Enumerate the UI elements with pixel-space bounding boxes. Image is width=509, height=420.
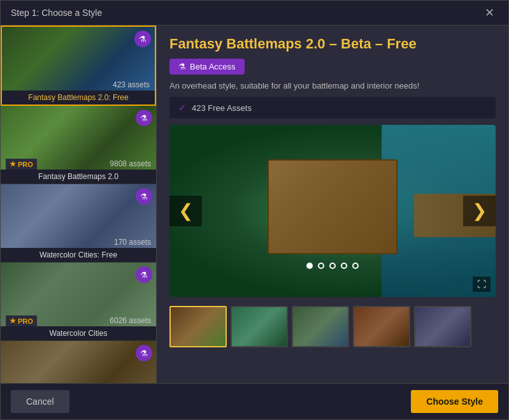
- carousel-dot-4[interactable]: [341, 263, 347, 269]
- asset-count: 170 assets: [114, 238, 151, 247]
- list-item[interactable]: ★ PRO 9808 assets ⚗ Fantasy Battlemaps 2…: [1, 106, 156, 184]
- thumb-mini-bg: [354, 307, 409, 346]
- carousel-dot-3[interactable]: [329, 263, 336, 269]
- potion-icon-detail: ⚗: [178, 62, 186, 71]
- map-building: [268, 159, 398, 254]
- potion-icon: ⚗: [136, 110, 152, 126]
- carousel-dots: [306, 263, 359, 269]
- carousel-main-image: [169, 125, 496, 297]
- modal-header: Step 1: Choose a Style ✕: [1, 1, 508, 25]
- thumbnail: [1, 341, 156, 383]
- style-name: Fantasy Battlemaps 2.0: [1, 170, 156, 184]
- free-assets-label: 423 Free Assets: [192, 103, 252, 113]
- style-info-bar: 6026 assets: [1, 315, 156, 326]
- carousel-dot-2[interactable]: [318, 263, 324, 269]
- thumb-mini-1[interactable]: [169, 306, 227, 347]
- detail-title: Fantasy Battlemaps 2.0 – Beta – Free: [169, 36, 496, 52]
- thumb-mini-5[interactable]: [414, 306, 471, 347]
- carousel-dot-5[interactable]: [352, 263, 359, 269]
- thumb-mini-bg: [293, 307, 348, 346]
- beta-badge: ⚗ Beta Access: [169, 59, 245, 75]
- thumb-mini-bg: [415, 307, 470, 346]
- thumb-mini-bg: [232, 307, 287, 346]
- style-name: Watercolor Cities: [1, 326, 156, 340]
- main-map-visual: [169, 125, 496, 297]
- style-list: 423 assets ⚗ Fantasy Battlemaps 2.0: Fre…: [1, 25, 157, 383]
- thumb-mini-4[interactable]: [353, 306, 410, 347]
- carousel-next-button[interactable]: ❯: [463, 196, 496, 226]
- modal-title: Step 1: Choose a Style: [11, 8, 102, 18]
- asset-count: 6026 assets: [110, 316, 151, 325]
- beta-label: Beta Access: [190, 62, 236, 71]
- modal: Step 1: Choose a Style ✕ 423 assets ⚗: [0, 0, 509, 420]
- carousel-dot-1[interactable]: [306, 263, 313, 269]
- check-icon: ✓: [178, 102, 187, 113]
- thumbnail-strip: [169, 303, 496, 350]
- thumb-mini-bg: [171, 307, 226, 346]
- list-item[interactable]: ★ PRO 6026 assets ⚗ Watercolor Cities: [1, 263, 156, 341]
- close-button[interactable]: ✕: [481, 6, 498, 20]
- modal-overlay: Step 1: Choose a Style ✕ 423 assets ⚗: [0, 0, 509, 420]
- detail-panel: Fantasy Battlemaps 2.0 – Beta – Free ⚗ B…: [157, 25, 508, 383]
- style-info-bar: 9808 assets: [1, 158, 156, 170]
- list-item[interactable]: ⚗: [1, 341, 156, 383]
- potion-icon: ⚗: [134, 31, 151, 47]
- list-item[interactable]: 423 assets ⚗ Fantasy Battlemaps 2.0: Fre…: [1, 25, 156, 106]
- style-name: Fantasy Battlemaps 2.0: Free: [2, 91, 155, 105]
- choose-style-button[interactable]: Choose Style: [411, 390, 498, 413]
- style-description: An overhead style, suitable for all your…: [169, 81, 496, 91]
- modal-footer: Cancel Choose Style: [1, 383, 508, 419]
- style-info-bar: 170 assets: [1, 236, 156, 248]
- potion-icon: ⚗: [136, 188, 152, 205]
- carousel-prev-button[interactable]: ❮: [169, 196, 202, 226]
- thumb-mini-3[interactable]: [292, 306, 349, 347]
- style-name: Watercolor Cities: Free: [1, 248, 156, 262]
- potion-icon: ⚗: [136, 345, 152, 361]
- asset-count: 423 assets: [113, 80, 150, 89]
- free-assets-bar: ✓ 423 Free Assets: [169, 97, 496, 119]
- potion-icon: ⚗: [136, 266, 152, 283]
- style-info-bar: 423 assets: [2, 79, 155, 91]
- asset-count: 9808 assets: [110, 159, 151, 168]
- list-item[interactable]: 170 assets ⚗ Watercolor Cities: Free: [1, 184, 156, 263]
- cancel-button[interactable]: Cancel: [11, 390, 69, 413]
- carousel: ❮ ❯ ⛶: [169, 125, 496, 297]
- modal-body: 423 assets ⚗ Fantasy Battlemaps 2.0: Fre…: [1, 25, 508, 383]
- fullscreen-button[interactable]: ⛶: [473, 277, 491, 292]
- thumb-mini-2[interactable]: [231, 306, 288, 347]
